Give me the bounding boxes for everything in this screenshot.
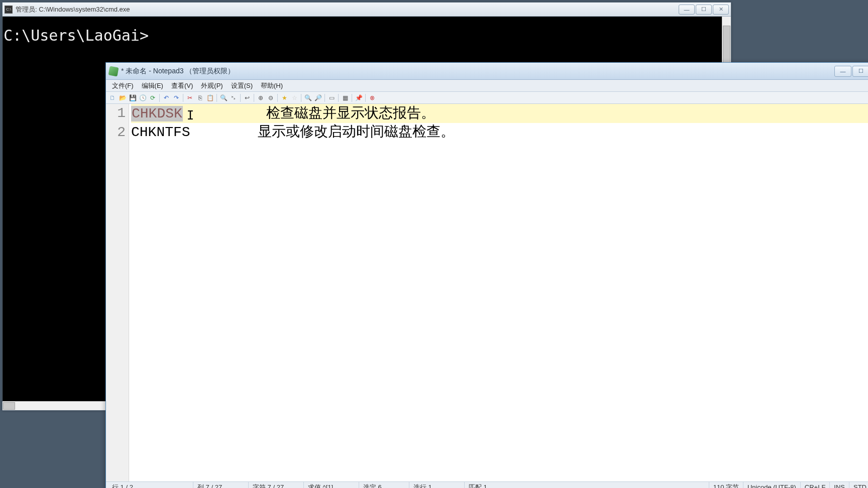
toolbar-separator xyxy=(338,94,339,102)
search-back-icon[interactable]: 🔍 xyxy=(303,93,312,102)
zoom-out-icon[interactable]: ⊖ xyxy=(266,93,275,102)
status-std: STD xyxy=(849,482,868,488)
selection: CHKDSK xyxy=(131,106,183,121)
line-number: 1 xyxy=(106,104,126,123)
line-cmd: CHKNTFS xyxy=(131,125,190,140)
minimize-button[interactable]: — xyxy=(834,66,851,77)
statusbar: 行 1 / 2 列 7 / 27 字符 7 / 27 求值 ^[1] 选定 6 … xyxy=(106,481,868,488)
scrollbar-thumb[interactable] xyxy=(3,402,15,410)
pin-icon[interactable]: 📌 xyxy=(354,93,363,102)
editor-line[interactable]: CHKDSKI 检查磁盘并显示状态报告。 xyxy=(131,104,868,123)
notepad3-window: * 未命名 - Notepad3 （管理员权限） — ☐ 文件(F) 编辑(E)… xyxy=(105,62,868,488)
menu-appearance[interactable]: 外观(P) xyxy=(197,80,227,91)
notepad3-icon xyxy=(109,67,118,76)
status-selline: 选行 1 xyxy=(409,482,465,488)
find-icon[interactable]: 🔍 xyxy=(219,93,228,102)
cut-icon[interactable]: ✂ xyxy=(185,93,194,102)
status-eval: 求值 ^[1] xyxy=(304,482,359,488)
bookmark-clear-icon[interactable]: ☆ xyxy=(290,93,299,102)
cmd-titlebar[interactable]: C:\ 管理员: C:\Windows\system32\cmd.exe — ☐… xyxy=(3,3,731,17)
notepad3-window-controls: — ☐ xyxy=(833,66,868,77)
line-desc: 显示或修改启动时间磁盘检查。 xyxy=(258,125,455,140)
wordwrap-icon[interactable]: ↩ xyxy=(243,93,252,102)
toolbar-separator xyxy=(254,94,254,102)
undo-icon[interactable]: ↶ xyxy=(162,93,171,102)
status-bytes: 110 字节 xyxy=(709,482,743,488)
menu-edit[interactable]: 编辑(E) xyxy=(138,80,167,91)
minimize-button[interactable]: — xyxy=(679,5,695,15)
bookmark-icon[interactable]: ★ xyxy=(280,93,289,102)
toolbar-separator xyxy=(301,94,301,102)
copy-icon[interactable]: ⎘ xyxy=(195,93,204,102)
line-gutter: 1 2 xyxy=(106,104,129,481)
menu-file[interactable]: 文件(F) xyxy=(108,80,138,91)
toggle1-icon[interactable]: ▭ xyxy=(327,93,336,102)
cmd-icon: C:\ xyxy=(5,6,13,14)
exit-icon[interactable]: ⊗ xyxy=(368,93,377,102)
recent-icon[interactable]: 🕓 xyxy=(138,93,147,102)
menu-help[interactable]: 帮助(H) xyxy=(257,80,287,91)
toolbar-separator xyxy=(183,94,183,102)
toggle2-icon[interactable]: ▦ xyxy=(341,93,350,102)
redo-icon[interactable]: ↷ xyxy=(172,93,181,102)
open-file-icon[interactable]: 📂 xyxy=(118,93,127,102)
toolbar-separator xyxy=(277,94,278,102)
maximize-button[interactable]: ☐ xyxy=(696,5,712,15)
search-fwd-icon[interactable]: 🔎 xyxy=(313,93,322,102)
cmd-window-controls: — ☐ ✕ xyxy=(679,5,729,15)
cmd-title: 管理员: C:\Windows\system32\cmd.exe xyxy=(16,5,679,14)
menu-view[interactable]: 查看(V) xyxy=(167,80,197,91)
notepad3-title: * 未命名 - Notepad3 （管理员权限） xyxy=(121,67,833,76)
toolbar-separator xyxy=(159,94,160,102)
text-cursor-icon: I xyxy=(187,106,194,125)
toolbar-separator xyxy=(352,94,352,102)
toolbar-separator xyxy=(216,94,217,102)
zoom-in-icon[interactable]: ⊕ xyxy=(256,93,265,102)
status-ins: INS xyxy=(830,482,849,488)
toolbar-separator xyxy=(365,94,366,102)
status-col: 列 7 / 27 xyxy=(193,482,249,488)
replace-icon[interactable]: ʰₐ xyxy=(229,93,238,102)
editor-area[interactable]: 1 2 CHKDSKI 检查磁盘并显示状态报告。 CHKNTFS 显示或修改启动… xyxy=(106,104,868,481)
toolbar-separator xyxy=(324,94,325,102)
notepad3-toolbar: 🗋 📂 💾 🕓 ⟳ ↶ ↷ ✂ ⎘ 📋 🔍 ʰₐ ↩ ⊕ ⊖ ★ ☆ 🔍 🔎 ▭… xyxy=(106,92,868,104)
scrollbar-thumb[interactable] xyxy=(723,26,730,66)
line-desc: 检查磁盘并显示状态报告。 xyxy=(266,106,435,121)
editor-line[interactable]: CHKNTFS 显示或修改启动时间磁盘检查。 xyxy=(131,123,868,142)
save-icon[interactable]: 💾 xyxy=(128,93,137,102)
refresh-icon[interactable]: ⟳ xyxy=(148,93,157,102)
line-number: 2 xyxy=(106,123,126,142)
status-encoding: Unicode (UTF-8) xyxy=(743,482,801,488)
status-match: 匹配 1 xyxy=(465,482,709,488)
editor-content[interactable]: CHKDSKI 检查磁盘并显示状态报告。 CHKNTFS 显示或修改启动时间磁盘… xyxy=(129,104,868,481)
menu-settings[interactable]: 设置(S) xyxy=(227,80,257,91)
notepad3-menubar: 文件(F) 编辑(E) 查看(V) 外观(P) 设置(S) 帮助(H) xyxy=(106,80,868,92)
close-button[interactable]: ✕ xyxy=(713,5,729,15)
toolbar-separator xyxy=(240,94,241,102)
maximize-button[interactable]: ☐ xyxy=(852,66,868,77)
status-sel: 选定 6 xyxy=(359,482,409,488)
status-char: 字符 7 / 27 xyxy=(249,482,304,488)
cmd-prompt: C:\Users\LaoGai> xyxy=(4,27,149,44)
paste-icon[interactable]: 📋 xyxy=(205,93,214,102)
notepad3-titlebar[interactable]: * 未命名 - Notepad3 （管理员权限） — ☐ xyxy=(106,63,868,80)
new-file-icon[interactable]: 🗋 xyxy=(108,93,117,102)
status-line: 行 1 / 2 xyxy=(108,482,193,488)
status-eol: CR+LF xyxy=(801,482,830,488)
